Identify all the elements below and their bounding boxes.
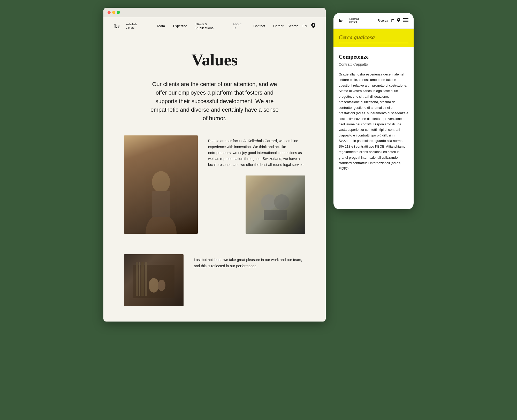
mobile-logo-text: Kellerhals Carrard <box>349 18 359 24</box>
person-image-1 <box>124 135 198 234</box>
first-body-text: People are our focus. At Kellerhals Carr… <box>208 135 305 241</box>
nav-team[interactable]: Team <box>153 17 169 35</box>
search-input-area[interactable]: Cerca qualcosa <box>339 34 408 43</box>
nav-about[interactable]: About us <box>229 17 249 35</box>
nav-links: Team Expertise News & Publications About… <box>153 17 288 35</box>
dot-red[interactable] <box>108 11 111 14</box>
second-body-text: Last but not least, we take great pleasu… <box>194 254 305 269</box>
svg-point-1 <box>152 171 170 193</box>
svg-rect-7 <box>136 262 138 296</box>
person-image-2 <box>124 254 184 306</box>
nav-lang[interactable]: EN <box>302 24 307 28</box>
mobile-nav-right: Ricerca IT <box>378 18 408 23</box>
mobile-menu-icon[interactable] <box>403 18 408 23</box>
svg-point-11 <box>149 278 159 293</box>
svg-rect-8 <box>139 262 140 296</box>
search-label: Cerca qualcosa <box>339 34 375 40</box>
website: kc Kellerhals Carrard Team Expertise New… <box>103 17 326 322</box>
helmets-photo <box>246 175 305 234</box>
woman-photo <box>124 135 198 234</box>
svg-point-12 <box>158 280 165 291</box>
svg-point-4 <box>274 194 290 210</box>
nav-right: Search EN <box>288 23 315 29</box>
nav-contact[interactable]: Contact <box>249 17 269 35</box>
mobile-location-icon[interactable] <box>397 18 400 23</box>
svg-rect-2 <box>152 191 170 217</box>
logo-text: Kellerhals Carrard <box>126 23 137 29</box>
page-title: Values <box>124 50 305 70</box>
svg-rect-9 <box>141 262 144 296</box>
library-photo <box>124 254 184 306</box>
nav-news[interactable]: News & Publications <box>191 17 229 35</box>
logo-icon: kc <box>114 21 123 31</box>
nav-expertise[interactable]: Expertise <box>169 17 191 35</box>
mobile-nav: kc Kellerhals Carrard Ricerca IT <box>333 13 414 29</box>
svg-rect-5 <box>264 210 287 220</box>
mobile-logo-icon: kc <box>339 17 346 24</box>
dot-green[interactable] <box>117 11 120 14</box>
nav-career[interactable]: Career <box>269 17 288 35</box>
svg-rect-10 <box>145 262 147 296</box>
first-content-row: People are our focus. At Kellerhals Carr… <box>124 135 305 241</box>
mobile-lang[interactable]: IT <box>391 19 394 22</box>
svg-rect-15 <box>403 20 408 20</box>
svg-text:kc: kc <box>114 23 120 29</box>
browser-chrome <box>103 8 326 17</box>
svg-text:kc: kc <box>339 19 343 23</box>
nav-search[interactable]: Search <box>288 24 298 28</box>
mobile-content: Competenze Contratti d'appalto Grazie al… <box>333 47 414 178</box>
mobile-section-title: Competenze <box>339 54 408 60</box>
mobile-mockup: kc Kellerhals Carrard Ricerca IT <box>333 13 414 209</box>
intro-text: Our clients are the center of our attent… <box>150 80 279 123</box>
mobile-body-text: Grazie alla nostra esperienza decennale … <box>339 72 408 171</box>
search-bar: Cerca qualcosa <box>333 29 414 47</box>
svg-rect-14 <box>403 18 408 19</box>
browser-dots <box>108 11 120 14</box>
location-icon[interactable] <box>311 23 315 29</box>
bottom-content-row: Last but not least, we take great pleasu… <box>124 254 305 306</box>
main-content: Values Our clients are the center of our… <box>103 35 326 322</box>
mobile-category: Contratti d'appalto <box>339 62 408 66</box>
mobile-search[interactable]: Ricerca <box>378 19 388 22</box>
svg-rect-16 <box>403 21 408 22</box>
browser-mockup: kc Kellerhals Carrard Team Expertise New… <box>103 8 326 322</box>
main-nav: kc Kellerhals Carrard Team Expertise New… <box>103 17 326 35</box>
dot-yellow[interactable] <box>112 11 115 14</box>
logo[interactable]: kc Kellerhals Carrard <box>114 21 137 31</box>
